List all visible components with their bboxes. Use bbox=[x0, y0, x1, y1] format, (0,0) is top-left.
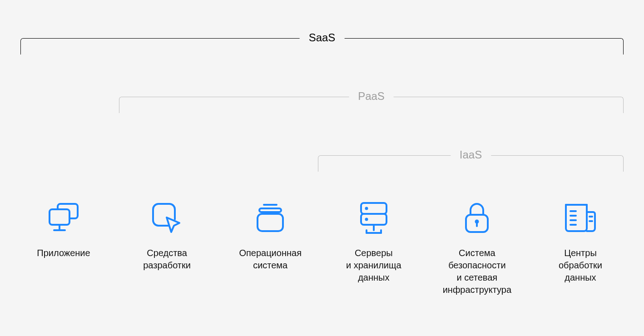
server-icon bbox=[356, 200, 392, 236]
item-application: Приложение bbox=[14, 200, 114, 296]
beaker-icon bbox=[562, 200, 599, 236]
svg-rect-5 bbox=[259, 208, 281, 212]
bracket-paas: PaaS bbox=[119, 97, 624, 113]
monitor-icon bbox=[45, 200, 82, 236]
item-security-label: Система безопасности и сетевая инфрастру… bbox=[443, 247, 511, 296]
bracket-paas-label: PaaS bbox=[349, 90, 394, 103]
bracket-saas-label: SaaS bbox=[300, 31, 345, 44]
svg-rect-6 bbox=[258, 214, 283, 231]
item-devtools-label: Средства разработки bbox=[143, 247, 191, 272]
stack-icon bbox=[252, 200, 288, 236]
item-os-label: Операционная система bbox=[239, 247, 302, 272]
svg-point-10 bbox=[366, 219, 367, 220]
svg-rect-1 bbox=[50, 209, 69, 225]
bracket-iaas-label: IaaS bbox=[451, 148, 491, 161]
bracket-saas: SaaS bbox=[20, 38, 624, 54]
svg-rect-7 bbox=[361, 203, 386, 214]
item-security: Система безопасности и сетевая инфрастру… bbox=[427, 200, 527, 296]
cursor-icon bbox=[149, 200, 185, 236]
lock-icon bbox=[459, 200, 495, 236]
svg-rect-8 bbox=[361, 214, 386, 225]
item-application-label: Приложение bbox=[37, 247, 90, 259]
items-row: Приложение Средства разработки Операцион… bbox=[14, 200, 630, 296]
item-devtools: Средства разработки bbox=[117, 200, 217, 296]
item-servers-label: Серверы и хранилища данных bbox=[346, 247, 401, 284]
svg-point-9 bbox=[366, 208, 367, 209]
item-servers: Серверы и хранилища данных bbox=[324, 200, 424, 296]
bracket-iaas: IaaS bbox=[318, 155, 624, 172]
item-datacenter-label: Центры обработки данных bbox=[559, 247, 602, 284]
item-datacenter: Центры обработки данных bbox=[530, 200, 630, 296]
item-os: Операционная система bbox=[220, 200, 320, 296]
